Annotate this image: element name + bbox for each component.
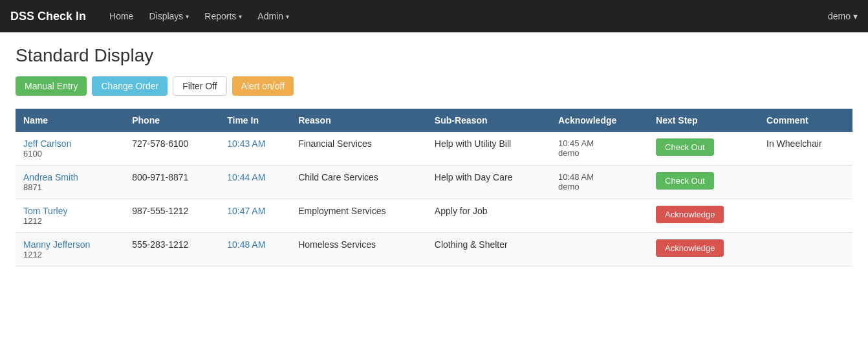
ack-time: 10:48 AM xyxy=(558,172,640,182)
person-name-link[interactable]: Tom Turley xyxy=(23,206,67,216)
nav-home[interactable]: Home xyxy=(102,0,141,32)
user-menu[interactable]: demo ▾ xyxy=(828,11,858,21)
person-comment xyxy=(759,199,852,233)
person-time-in: 10:44 AM xyxy=(219,166,290,199)
col-phone: Phone xyxy=(124,109,219,132)
reports-caret-icon: ▾ xyxy=(239,13,242,20)
nav-admin[interactable]: Admin ▾ xyxy=(250,0,297,32)
manual-entry-button[interactable]: Manual Entry xyxy=(16,76,87,96)
toolbar: Manual Entry Change Order Filter Off Ale… xyxy=(16,76,852,96)
person-next-step: Check Out xyxy=(648,132,759,166)
ack-time: 10:45 AM xyxy=(558,138,640,148)
person-ack xyxy=(550,233,648,267)
navbar: DSS Check In Home Displays ▾ Reports ▾ A… xyxy=(0,0,868,32)
person-sub-reason: Clothing & Shelter xyxy=(427,233,550,267)
person-sub-reason: Apply for Job xyxy=(427,199,550,233)
ack-user: demo xyxy=(558,148,640,158)
change-order-button[interactable]: Change Order xyxy=(92,76,168,96)
person-phone: 800-971-8871 xyxy=(124,166,219,199)
user-caret-icon: ▾ xyxy=(853,11,858,21)
person-phone: 555-283-1212 xyxy=(124,233,219,267)
filter-off-button[interactable]: Filter Off xyxy=(173,76,226,96)
checkout-button[interactable]: Check Out xyxy=(656,172,713,190)
data-table: Name Phone Time In Reason Sub-Reason Ack… xyxy=(16,109,852,267)
person-ext: 1212 xyxy=(23,250,116,259)
ack-user: demo xyxy=(558,182,640,191)
alert-on-off-button[interactable]: Alert on/off xyxy=(232,76,294,96)
col-reason: Reason xyxy=(290,109,427,132)
person-ext: 6100 xyxy=(23,149,116,159)
table-row: Manny Jefferson1212555-283-121210:48 AMH… xyxy=(16,233,852,267)
checkout-button[interactable]: Check Out xyxy=(656,138,713,156)
person-reason: Child Care Services xyxy=(290,166,427,199)
main-content: Standard Display Manual Entry Change Ord… xyxy=(0,32,868,279)
col-name: Name xyxy=(16,109,124,132)
person-next-step: Acknowledge xyxy=(648,199,759,233)
col-next-step: Next Step xyxy=(648,109,759,132)
person-ext: 8871 xyxy=(23,182,116,192)
person-reason: Employment Services xyxy=(290,199,427,233)
person-time-in: 10:43 AM xyxy=(219,132,290,166)
table-row: Andrea Smith8871800-971-887110:44 AMChil… xyxy=(16,166,852,199)
acknowledge-button[interactable]: Acknowledge xyxy=(656,239,724,257)
person-ack: 10:45 AMdemo xyxy=(550,132,648,166)
person-sub-reason: Help with Utility Bill xyxy=(427,132,550,166)
page-title: Standard Display xyxy=(16,45,852,66)
col-comment: Comment xyxy=(759,109,852,132)
person-ack: 10:48 AMdemo xyxy=(550,166,648,199)
user-label: demo xyxy=(828,11,851,21)
person-reason: Financial Services xyxy=(290,132,427,166)
table-body: Jeff Carlson6100727-578-610010:43 AMFina… xyxy=(16,132,852,267)
person-time-in: 10:48 AM xyxy=(219,233,290,267)
person-phone: 727-578-6100 xyxy=(124,132,219,166)
person-time-in: 10:47 AM xyxy=(219,199,290,233)
person-comment: In Wheelchair xyxy=(759,132,852,166)
col-time-in: Time In xyxy=(219,109,290,132)
nav-reports[interactable]: Reports ▾ xyxy=(197,0,250,32)
person-name-link[interactable]: Andrea Smith xyxy=(23,172,78,182)
table-row: Tom Turley1212987-555-121210:47 AMEmploy… xyxy=(16,199,852,233)
person-sub-reason: Help with Day Care xyxy=(427,166,550,199)
person-name-link[interactable]: Jeff Carlson xyxy=(23,138,71,149)
person-next-step: Acknowledge xyxy=(648,233,759,267)
col-sub-reason: Sub-Reason xyxy=(427,109,550,132)
person-ext: 1212 xyxy=(23,216,116,226)
nav-displays[interactable]: Displays ▾ xyxy=(141,0,197,32)
person-name-link[interactable]: Manny Jefferson xyxy=(23,239,90,250)
col-acknowledge: Acknowledge xyxy=(550,109,648,132)
person-comment xyxy=(759,166,852,199)
person-reason: Homeless Services xyxy=(290,233,427,267)
person-ack xyxy=(550,199,648,233)
table-row: Jeff Carlson6100727-578-610010:43 AMFina… xyxy=(16,132,852,166)
table-header: Name Phone Time In Reason Sub-Reason Ack… xyxy=(16,109,852,132)
acknowledge-button[interactable]: Acknowledge xyxy=(656,206,724,223)
person-comment xyxy=(759,233,852,267)
navbar-brand[interactable]: DSS Check In xyxy=(10,10,86,23)
person-next-step: Check Out xyxy=(648,166,759,199)
person-phone: 987-555-1212 xyxy=(124,199,219,233)
displays-caret-icon: ▾ xyxy=(186,13,189,20)
admin-caret-icon: ▾ xyxy=(286,13,289,20)
